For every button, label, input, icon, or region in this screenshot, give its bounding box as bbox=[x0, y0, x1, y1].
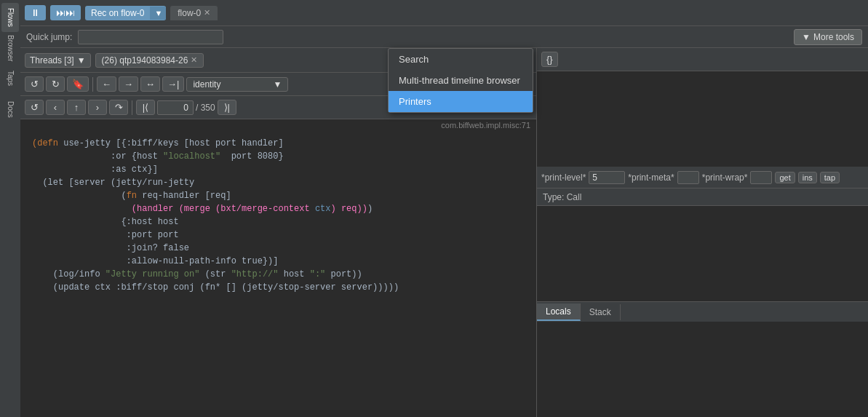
sidebar-browser-label: Browser bbox=[7, 35, 15, 62]
nav-total-label: / 350 bbox=[196, 103, 215, 113]
jump-label: Quick jump: bbox=[26, 32, 72, 42]
threads-dropdown[interactable]: Threads [3] ▼ bbox=[25, 53, 91, 68]
forward-button[interactable]: → bbox=[119, 76, 138, 92]
pause-button[interactable]: ⏸ bbox=[25, 5, 46, 20]
thread-tag-label: (26) qtp194083984-26 bbox=[102, 55, 188, 65]
undo-button[interactable]: ↺ bbox=[25, 76, 44, 92]
nav-replay-button[interactable]: ↷ bbox=[109, 100, 128, 115]
swap-button[interactable]: ↔ bbox=[140, 76, 160, 92]
back-button[interactable]: ← bbox=[97, 76, 116, 92]
jump-input[interactable] bbox=[78, 30, 223, 44]
dropdown-item-search[interactable]: Search bbox=[389, 49, 533, 70]
dropdown-item-printers[interactable]: Printers bbox=[389, 91, 533, 112]
get-button[interactable]: get bbox=[775, 172, 795, 183]
dropdown-item-timeline[interactable]: Multi-thread timeline browser bbox=[389, 70, 533, 91]
nav-end-button[interactable]: ⟩| bbox=[218, 100, 236, 115]
print-options-bar: *print-level* *print-meta* *print-wrap* … bbox=[537, 167, 868, 188]
thread-close-icon[interactable]: ✕ bbox=[191, 55, 197, 65]
print-meta-input[interactable] bbox=[677, 171, 699, 184]
rec-dropdown: Rec on flow-0 ▼ bbox=[85, 6, 166, 20]
nav-start-button[interactable]: |⟨ bbox=[136, 100, 155, 115]
nav-separator bbox=[132, 100, 132, 115]
tap-button[interactable]: tap bbox=[820, 172, 840, 183]
toolbar-separator-1 bbox=[92, 77, 93, 92]
search-label: Search bbox=[399, 54, 429, 65]
end-button[interactable]: →| bbox=[162, 76, 184, 92]
nav-next-button[interactable]: › bbox=[88, 100, 107, 115]
tab-stack[interactable]: Stack bbox=[581, 304, 621, 320]
rec-dropdown-arrow[interactable]: ▼ bbox=[150, 7, 166, 20]
braces-icon: {} bbox=[546, 54, 553, 65]
rec-label: Rec on flow-0 bbox=[85, 6, 150, 20]
type-line: Type: Call bbox=[537, 188, 868, 206]
print-meta-label: *print-meta* bbox=[628, 172, 674, 183]
sidebar-item-taps[interactable]: Taps bbox=[1, 64, 19, 93]
type-label: Type: Call bbox=[543, 192, 581, 202]
sidebar-taps-label: Taps bbox=[7, 71, 15, 86]
identity-label: identity bbox=[193, 79, 220, 90]
close-icon[interactable]: ✕ bbox=[204, 8, 210, 17]
print-level-input[interactable] bbox=[589, 171, 625, 184]
braces-button[interactable]: {} bbox=[541, 52, 558, 67]
print-level-label: *print-level* bbox=[541, 172, 586, 183]
dropdown-icon: ▼ bbox=[802, 32, 811, 42]
more-tools-label: More tools bbox=[813, 32, 854, 42]
tab-locals[interactable]: Locals bbox=[537, 303, 581, 321]
bookmark-button[interactable]: 🔖 bbox=[67, 76, 89, 92]
code-content: (defn use-jetty [{:biff/keys [host port … bbox=[20, 131, 536, 300]
step-button[interactable]: ⏭⏭ bbox=[50, 5, 81, 20]
nav-refresh-button[interactable]: ↺ bbox=[25, 100, 44, 115]
more-tools-button[interactable]: ▼ More tools bbox=[794, 29, 862, 45]
right-content-area bbox=[537, 71, 868, 167]
right-top-bar: {} bbox=[537, 48, 868, 71]
ins-button[interactable]: ins bbox=[798, 172, 817, 183]
code-area[interactable]: com.biffweb.impl.misc:71 (defn use-jetty… bbox=[20, 119, 536, 417]
locals-stack-tabs: Locals Stack bbox=[537, 301, 868, 322]
sidebar-item-flows[interactable]: Flows bbox=[1, 3, 19, 32]
printers-label: Printers bbox=[399, 96, 431, 107]
threads-label: Threads [3] bbox=[30, 55, 74, 65]
identity-arrow-icon: ▼ bbox=[274, 79, 282, 90]
print-wrap-input[interactable] bbox=[750, 171, 772, 184]
flow-tab[interactable]: flow-0 ✕ bbox=[170, 6, 218, 20]
sidebar-docs-label: Docs bbox=[7, 101, 15, 118]
sidebar-flows-label: Flows bbox=[7, 8, 15, 27]
right-empty-area bbox=[537, 206, 868, 301]
nav-prev-button[interactable]: ‹ bbox=[46, 100, 65, 115]
stack-tab-label: Stack bbox=[589, 307, 611, 317]
sidebar-item-browser[interactable]: Browser bbox=[1, 33, 19, 63]
timeline-label: Multi-thread timeline browser bbox=[399, 75, 520, 86]
nav-position-input[interactable] bbox=[157, 100, 194, 115]
top-bar: ⏸ ⏭⏭ Rec on flow-0 ▼ flow-0 ✕ bbox=[20, 0, 868, 26]
right-panel: {} *print-level* *print-meta* *print-wra… bbox=[537, 48, 868, 417]
step-icon: ⏭⏭ bbox=[56, 7, 75, 18]
left-sidebar: Flows Browser Taps Docs bbox=[0, 0, 20, 417]
identity-dropdown[interactable]: identity ▼ bbox=[186, 77, 288, 92]
more-tools-dropdown: Search Multi-thread timeline browser Pri… bbox=[388, 48, 533, 113]
thread-tag: (26) qtp194083984-26 ✕ bbox=[95, 53, 204, 68]
sidebar-item-docs[interactable]: Docs bbox=[1, 95, 19, 124]
print-wrap-label: *print-wrap* bbox=[702, 172, 748, 183]
nav-up-button[interactable]: ↑ bbox=[67, 100, 86, 115]
pause-icon: ⏸ bbox=[31, 7, 40, 18]
locals-tab-label: Locals bbox=[546, 306, 571, 317]
redo-button[interactable]: ↻ bbox=[46, 76, 65, 92]
locals-content-area bbox=[537, 322, 868, 417]
threads-arrow-icon: ▼ bbox=[77, 55, 86, 65]
flow-tab-label: flow-0 bbox=[178, 8, 201, 18]
jump-bar: Quick jump: ▼ More tools bbox=[20, 26, 868, 48]
file-reference: com.biffweb.impl.misc:71 bbox=[20, 119, 536, 131]
